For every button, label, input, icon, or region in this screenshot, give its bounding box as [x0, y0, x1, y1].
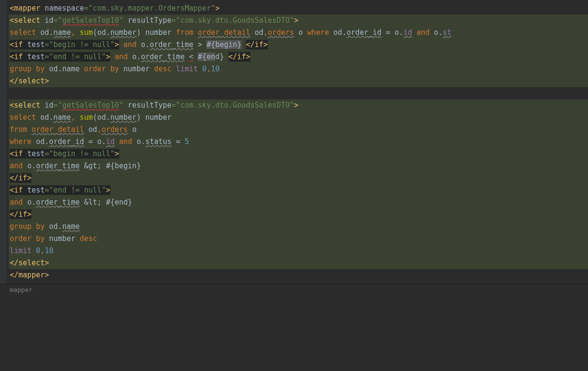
sp: [23, 52, 27, 62]
code-line[interactable]: from order_detail od,orders o: [9, 124, 588, 136]
dot: .: [145, 40, 150, 49]
attr-val: "begin != null": [49, 40, 114, 49]
col-orderid: order_id: [49, 137, 84, 146]
attr-val: "end != null": [49, 185, 106, 195]
kw-where: where: [10, 137, 31, 146]
kw-by: by: [110, 65, 119, 73]
code-line[interactable]: limit 0,10: [9, 245, 588, 257]
code-line-blank[interactable]: [9, 87, 588, 99]
code-line[interactable]: </select>: [9, 257, 588, 269]
kw-by: by: [36, 222, 45, 231]
tag-if: <if: [10, 52, 23, 62]
attr-test: test: [27, 40, 45, 49]
col: number: [49, 234, 75, 243]
tag-if-close: </if>: [229, 52, 250, 62]
attr-val-rt: "com.sky.dto.GoodsSalesDTO": [176, 101, 294, 110]
eq: =: [171, 16, 176, 25]
col-id: id: [403, 28, 412, 37]
alias: o: [298, 28, 303, 37]
attr-resulttype: resultType: [128, 16, 171, 25]
code-line[interactable]: <if test="end != null">: [9, 184, 588, 196]
kw-and: and: [119, 137, 132, 146]
code-line[interactable]: </mapper>: [9, 269, 588, 281]
editor-gutter: [0, 0, 7, 284]
code-line[interactable]: <mapper namespace="com.sky.mapper.Orders…: [9, 2, 588, 15]
kw-where: where: [307, 28, 329, 37]
tbl: od: [49, 65, 58, 73]
code-line[interactable]: <if test="end != null"> and o.order_time…: [9, 51, 588, 63]
col: number: [124, 65, 150, 73]
eq: =: [171, 101, 176, 110]
kw-desc: desc: [80, 234, 97, 243]
attr-val: "end != null": [49, 52, 106, 62]
tag-close: >: [294, 16, 298, 25]
dot: .: [137, 52, 141, 61]
col-ordertime: order_time: [36, 198, 79, 207]
col-orderid: order_id: [346, 28, 381, 37]
attr-val: "begin != null": [49, 149, 114, 159]
kw-order: order: [10, 234, 31, 243]
tbl-orderdetail: order_detail: [198, 28, 250, 37]
code-line[interactable]: select od.name, sum(od.number) number: [9, 112, 588, 124]
dot: .: [106, 28, 110, 37]
tbl: od: [40, 113, 49, 122]
dot: .: [49, 113, 53, 122]
attr-namespace: namespace: [45, 4, 84, 13]
breadcrumb-item[interactable]: mapper: [10, 286, 32, 293]
breadcrumb-bar[interactable]: mapper: [0, 284, 588, 296]
code-line[interactable]: <if test="begin != null"> and o.order_ti…: [9, 39, 588, 51]
tbl: od: [40, 28, 49, 37]
tbl-orders: orders: [268, 28, 294, 37]
code-line[interactable]: </select>: [9, 75, 588, 87]
code-line[interactable]: where od.order_id = o.id and o.status = …: [9, 136, 588, 148]
comma: ,: [71, 113, 75, 122]
eq: =: [386, 28, 390, 37]
col-ordertime: order_time: [150, 40, 193, 49]
comma: ,: [40, 246, 45, 255]
col-st: st: [443, 28, 451, 37]
eq: =: [45, 52, 49, 62]
code-line[interactable]: order by number desc: [9, 233, 588, 245]
kw-group: group: [10, 65, 31, 73]
dot: .: [102, 137, 106, 146]
attr-test: test: [27, 185, 45, 195]
lp: (: [93, 113, 97, 122]
alias: od: [255, 28, 263, 37]
attr-value: "com.sky.mapper.OrdersMapper": [89, 4, 216, 13]
sp: [23, 149, 27, 159]
col-number: number: [110, 113, 137, 122]
tag-select-close: </select>: [10, 77, 49, 85]
code-line[interactable]: <select id="getSalesTop10" resultType="c…: [9, 15, 588, 27]
tag-select-close: </select>: [10, 258, 49, 267]
col: name: [62, 222, 79, 231]
code-line[interactable]: <select id="getSalesTop10" resultType="c…: [9, 99, 588, 112]
num: 10: [45, 246, 53, 255]
kw-order: order: [84, 65, 106, 73]
eq: =: [176, 137, 180, 146]
alias: o: [132, 125, 137, 134]
attr-val-id: getSalesTop10: [62, 101, 119, 110]
tag-close: >: [115, 40, 119, 49]
kw-and: and: [10, 198, 23, 207]
kw-by: by: [36, 234, 45, 243]
code-line[interactable]: group by od.name: [9, 221, 588, 233]
rp: ): [137, 28, 141, 37]
dot: .: [45, 137, 49, 146]
code-line[interactable]: and o.order_time &gt; #{begin}: [9, 160, 588, 172]
col: name: [62, 65, 79, 73]
kw-from: from: [10, 125, 27, 134]
rp: ): [137, 113, 141, 122]
code-line[interactable]: and o.order_time &lt; #{end}: [9, 196, 588, 209]
code-line[interactable]: </if>: [9, 209, 588, 221]
code-line[interactable]: select od.name, sum(od.number) number fr…: [9, 27, 588, 39]
col-name: name: [53, 113, 71, 122]
tbl: od: [333, 28, 342, 37]
code-line[interactable]: group by od.name order by number desc li…: [9, 63, 588, 75]
dot: .: [438, 28, 443, 37]
code-line[interactable]: </if>: [9, 172, 588, 184]
kw-limit: limit: [176, 65, 198, 73]
sp: [23, 185, 27, 195]
code-line[interactable]: <if test="begin != null">: [9, 148, 588, 160]
code-editor[interactable]: <mapper namespace="com.sky.mapper.Orders…: [0, 0, 588, 284]
fn-sum: sum: [80, 28, 93, 37]
